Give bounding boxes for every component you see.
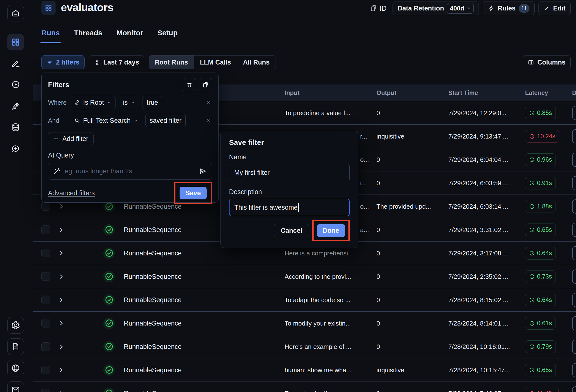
- cell-input: To adapt the code so ...: [285, 296, 350, 304]
- clipped-column-badge: [572, 223, 576, 237]
- columns-button[interactable]: Columns: [523, 55, 571, 69]
- run-name[interactable]: RunnableSequence: [124, 273, 181, 280]
- run-name[interactable]: RunnableSequence: [124, 296, 181, 304]
- done-button-annotation: Done: [312, 220, 350, 241]
- done-button[interactable]: Done: [317, 224, 345, 237]
- row-checkbox[interactable]: [41, 389, 50, 392]
- column-header-start-time[interactable]: Start Time: [448, 84, 478, 101]
- add-filter-button[interactable]: Add filter: [48, 132, 94, 145]
- name-value: My first filter: [234, 169, 270, 177]
- chevron-right-icon[interactable]: [58, 367, 64, 373]
- table-row[interactable]: RunnableSequence According to the provi.…: [33, 265, 576, 288]
- cell-output: The provided upd...: [376, 203, 431, 210]
- run-name[interactable]: RunnableSequence: [124, 249, 181, 257]
- row-checkbox[interactable]: [41, 296, 50, 304]
- copy-filters-button[interactable]: [199, 78, 212, 91]
- segment-llm-calls[interactable]: LLM Calls: [194, 55, 237, 69]
- row-checkbox[interactable]: [41, 319, 50, 327]
- clipped-column-badge: [572, 269, 576, 284]
- sidebar-item-home[interactable]: [7, 5, 24, 22]
- value-input[interactable]: saved filter: [145, 114, 186, 127]
- cancel-button[interactable]: Cancel: [274, 224, 309, 237]
- run-name[interactable]: RunnableSequence: [124, 390, 181, 392]
- table-row[interactable]: RunnableSequence Here's an example of ..…: [33, 335, 576, 358]
- row-checkbox[interactable]: [41, 225, 50, 234]
- run-name[interactable]: RunnableSequence: [124, 319, 181, 327]
- table-row[interactable]: RunnableSequence To render the `ba... 0 …: [33, 382, 576, 392]
- tab-threads[interactable]: Threads: [74, 29, 102, 43]
- filters-popover: Filters Where Is Root is true: [41, 73, 219, 203]
- sidebar-item-settings[interactable]: [7, 317, 24, 334]
- sidebar-item-web[interactable]: [7, 360, 24, 376]
- field-dropdown[interactable]: Full-Text Search: [70, 114, 142, 127]
- row-checkbox[interactable]: [41, 249, 50, 257]
- segment-root-runs[interactable]: Root Runs: [149, 55, 194, 69]
- description-field[interactable]: This filter is awesome: [229, 199, 350, 216]
- success-status-icon: [103, 294, 115, 306]
- operator-dropdown[interactable]: is: [119, 96, 139, 109]
- row-checkbox[interactable]: [41, 342, 50, 351]
- row-checkbox[interactable]: [41, 366, 50, 374]
- modal-title: Save filter: [229, 138, 350, 147]
- table-row[interactable]: RunnableSequence human: show me wha... i…: [33, 358, 576, 382]
- table-row[interactable]: RunnableSequence To adapt the code so ..…: [33, 288, 576, 312]
- column-header-latency[interactable]: Latency: [525, 84, 548, 101]
- filters-button[interactable]: 2 filters: [41, 55, 85, 69]
- segment-all-runs[interactable]: All Runs: [237, 55, 276, 69]
- sidebar-item-projects[interactable]: [7, 34, 24, 51]
- tab-setup[interactable]: Setup: [157, 29, 178, 43]
- cell-start-time: 7/29/2024, 3:17:08 ...: [448, 249, 508, 257]
- send-icon[interactable]: [199, 167, 207, 175]
- value-input[interactable]: true: [143, 96, 162, 109]
- cell-output: inquisitive: [376, 132, 404, 140]
- table-row[interactable]: RunnableSequence To modify your existin.…: [33, 312, 576, 335]
- chevron-right-icon[interactable]: [58, 390, 64, 392]
- save-filter-button[interactable]: Save: [180, 187, 207, 199]
- tab-runs[interactable]: Runs: [41, 29, 60, 43]
- run-name[interactable]: RunnableSequence: [124, 366, 181, 374]
- run-name[interactable]: RunnableSequence: [124, 226, 181, 234]
- remove-condition-button[interactable]: [206, 117, 212, 124]
- delete-filters-button[interactable]: [183, 78, 196, 91]
- field-dropdown[interactable]: Is Root: [70, 96, 115, 109]
- description-label: Description: [229, 188, 350, 196]
- sidebar-item-deployments[interactable]: [7, 98, 24, 114]
- cell-output: 0: [376, 249, 380, 257]
- sidebar-item-mail[interactable]: [7, 381, 24, 392]
- chevron-right-icon[interactable]: [58, 250, 64, 256]
- ai-query-input[interactable]: eg. runs longer than 2s: [48, 163, 212, 180]
- sidebar-item-docs[interactable]: [7, 339, 24, 355]
- chevron-right-icon[interactable]: [58, 320, 64, 327]
- cell-input: human: show me wha...: [285, 366, 352, 374]
- latency-badge: 0.85s: [525, 107, 556, 119]
- copy-id-button[interactable]: ID: [370, 4, 387, 12]
- chevron-right-icon[interactable]: [58, 343, 64, 350]
- rules-button[interactable]: Rules 11: [483, 1, 535, 15]
- retention-value-dropdown[interactable]: 400d: [447, 3, 474, 14]
- chevron-right-icon[interactable]: [58, 203, 64, 210]
- cell-input: Here's an example of ...: [285, 343, 351, 350]
- sidebar-item-annotations[interactable]: [7, 55, 24, 72]
- data-retention-button[interactable]: Data Retention 400d: [393, 1, 479, 15]
- edit-button[interactable]: Edit: [539, 1, 571, 15]
- chevron-right-icon[interactable]: [58, 297, 64, 303]
- sidebar-item-datasets[interactable]: [7, 119, 24, 136]
- cell-start-time: 7/29/2024, 3:31:02 ...: [448, 226, 508, 234]
- chevron-right-icon[interactable]: [58, 227, 64, 233]
- advanced-filters-link[interactable]: Advanced filters: [48, 189, 95, 197]
- cell-start-time: 7/28/2024, 8:14:01 ...: [448, 319, 508, 327]
- time-range-button[interactable]: Last 7 days: [89, 55, 144, 69]
- run-name[interactable]: RunnableSequence: [124, 343, 181, 350]
- row-checkbox[interactable]: [41, 272, 50, 281]
- name-field[interactable]: My first filter: [229, 164, 350, 182]
- column-header-output[interactable]: Output: [376, 84, 396, 101]
- tab-monitor[interactable]: Monitor: [116, 29, 143, 43]
- edit-label: Edit: [553, 5, 566, 12]
- cell-output: 0: [376, 390, 380, 392]
- chevron-right-icon[interactable]: [58, 273, 64, 280]
- remove-condition-button[interactable]: [206, 99, 212, 106]
- chevron-down-icon: [131, 100, 135, 105]
- sidebar-item-playground[interactable]: [7, 76, 24, 93]
- column-header-input[interactable]: Input: [285, 84, 299, 101]
- sidebar-item-feedback[interactable]: [7, 140, 24, 157]
